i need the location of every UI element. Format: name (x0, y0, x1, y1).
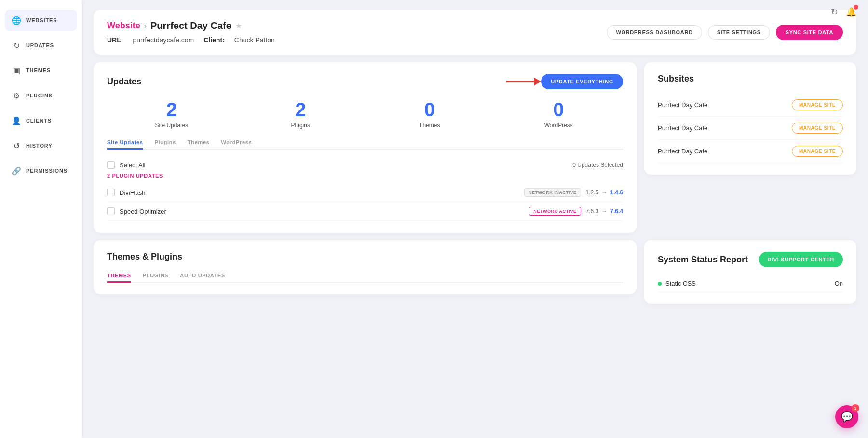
updates-title: Updates (107, 77, 141, 87)
sidebar-item-themes[interactable]: ▣ Themes (5, 60, 77, 81)
diviflash-version-from: 1.2.5 (586, 189, 599, 196)
tab-plugins[interactable]: Plugins (155, 137, 176, 150)
plugin-name-speed-optimizer: Speed Optimizer (120, 208, 524, 215)
plugin-name-diviflash: DiviFlash (120, 189, 519, 196)
version-arrow: → (601, 208, 607, 215)
diviflash-checkbox[interactable] (107, 189, 115, 196)
subsites-card: Subsites Purrfect Day Cafe Manage Site P… (644, 62, 856, 175)
stat-label-themes: Themes (365, 122, 494, 129)
tab-auto-updates[interactable]: Auto Updates (180, 270, 225, 283)
meta-row: URL: purrfectdaycafe.com Client: Chuck P… (107, 36, 275, 44)
notification-icon[interactable]: 🔔 (846, 7, 856, 17)
star-icon[interactable]: ★ (235, 21, 242, 30)
breadcrumb: Website › Purrfect Day Cafe ★ (107, 20, 275, 31)
updates-card: Updates Update Everything 2 Site Updates… (94, 62, 637, 233)
page-title: Purrfect Day Cafe (150, 20, 231, 31)
plugins-icon: ⚙ (12, 91, 21, 100)
version-arrow: → (601, 189, 607, 196)
sidebar-item-label: Themes (26, 68, 51, 73)
sidebar-item-label: Updates (26, 42, 54, 48)
speed-optimizer-version-from: 7.6.3 (586, 208, 599, 215)
sidebar-item-history[interactable]: ↺ History (5, 135, 77, 156)
permissions-icon: 🔗 (12, 166, 21, 176)
select-all-check: Select All (107, 161, 145, 169)
tab-themes[interactable]: Themes (188, 137, 210, 150)
updates-tab-bar: Site Updates Plugins Themes WordPress (107, 137, 623, 150)
themes-plugins-section: Themes & Plugins Themes Plugins Auto Upd… (94, 240, 637, 304)
subsites-section: Subsites Purrfect Day Cafe Manage Site P… (644, 62, 856, 233)
tab-plugins-list[interactable]: Plugins (143, 270, 169, 283)
select-all-label[interactable]: Select All (120, 162, 145, 169)
manage-site-button-3[interactable]: Manage Site (792, 146, 843, 157)
stat-number-plugins: 2 (236, 99, 366, 120)
stat-themes: 0 Themes (365, 99, 494, 129)
diviflash-version-info: 1.2.5 → 1.4.6 (586, 189, 623, 196)
subsite-row-2: Purrfect Day Cafe Manage Site (658, 117, 843, 140)
divi-support-center-button[interactable]: Divi Support Center (759, 252, 843, 267)
header-actions: WordPress Dashboard Site Settings Sync S… (607, 25, 843, 40)
site-settings-button[interactable]: Site Settings (708, 25, 770, 40)
chat-icon: 💬 (841, 411, 853, 423)
tab-themes-list[interactable]: Themes (107, 270, 131, 283)
tab-wordpress[interactable]: WordPress (221, 137, 252, 150)
refresh-icon[interactable]: ↻ (831, 7, 838, 17)
speed-optimizer-version-info: 7.6.3 → 7.6.4 (586, 208, 623, 215)
sidebar-item-websites[interactable]: 🌐 Websites (5, 10, 77, 31)
plugin-row-speed-optimizer: Speed Optimizer Network Active 7.6.3 → 7… (107, 202, 623, 221)
updates-icon: ↻ (12, 41, 21, 50)
sidebar-item-updates[interactable]: ↻ Updates (5, 35, 77, 56)
select-all-checkbox[interactable] (107, 161, 115, 169)
updates-selected-count: 0 Updates Selected (572, 162, 623, 168)
bottom-row: Themes & Plugins Themes Plugins Auto Upd… (94, 240, 856, 304)
status-row-static-css: Static CSS On (658, 275, 843, 292)
subsite-name-1: Purrfect Day Cafe (658, 101, 707, 109)
url-label: URL: (107, 36, 123, 44)
sidebar-item-label: Permissions (26, 168, 68, 174)
sidebar-item-plugins[interactable]: ⚙ Plugins (5, 85, 77, 106)
wordpress-dashboard-button[interactable]: WordPress Dashboard (607, 25, 702, 40)
tab-site-updates[interactable]: Site Updates (107, 137, 143, 150)
stat-wordpress: 0 WordPress (494, 99, 624, 129)
speed-optimizer-checkbox[interactable] (107, 207, 115, 215)
sidebar: 🌐 Websites ↻ Updates ▣ Themes ⚙ Plugins … (0, 0, 82, 438)
breadcrumb-separator: › (144, 22, 147, 30)
globe-icon: 🌐 (12, 15, 21, 25)
client-label: Client: (203, 36, 225, 44)
network-active-badge: Network Active (529, 207, 581, 216)
manage-site-button-1[interactable]: Manage Site (792, 99, 843, 110)
manage-site-button-2[interactable]: Manage Site (792, 123, 843, 134)
network-inactive-badge: Network Inactive (524, 188, 581, 197)
select-row: Select All 0 Updates Selected (107, 157, 623, 173)
stat-site-updates: 2 Site Updates (107, 99, 236, 129)
system-status-card: System Status Report Divi Support Center… (644, 240, 856, 304)
content-row: Updates Update Everything 2 Site Updates… (94, 62, 856, 233)
system-status-header: System Status Report Divi Support Center (658, 252, 843, 267)
main-content: Website › Purrfect Day Cafe ★ URL: purrf… (82, 0, 868, 438)
themes-tab-bar: Themes Plugins Auto Updates (107, 270, 623, 283)
speed-optimizer-version-to: 7.6.4 (610, 208, 623, 215)
plugin-updates-label: 2 Plugin Updates (107, 173, 623, 178)
clients-icon: 👤 (12, 116, 21, 125)
url-value: purrfectdaycafe.com (133, 36, 194, 44)
stat-label-site-updates: Site Updates (107, 122, 236, 129)
sidebar-item-label: Websites (26, 17, 57, 23)
chat-bubble[interactable]: 💬 3 (835, 405, 858, 428)
update-everything-button[interactable]: Update Everything (541, 74, 623, 89)
sidebar-item-permissions[interactable]: 🔗 Permissions (5, 160, 77, 181)
status-label-static-css: Static CSS (665, 280, 696, 287)
stat-label-plugins: Plugins (236, 122, 366, 129)
sidebar-item-clients[interactable]: 👤 Clients (5, 110, 77, 131)
sidebar-item-label: Plugins (26, 93, 53, 98)
stat-number-site-updates: 2 (107, 99, 236, 120)
breadcrumb-area: Website › Purrfect Day Cafe ★ URL: purrf… (107, 20, 275, 44)
breadcrumb-website[interactable]: Website (107, 21, 140, 31)
subsite-name-3: Purrfect Day Cafe (658, 148, 707, 155)
stat-label-wordpress: WordPress (494, 122, 624, 129)
stats-row: 2 Site Updates 2 Plugins 0 Themes 0 Word… (107, 99, 623, 129)
status-left: Static CSS (658, 280, 696, 287)
diviflash-version-to: 1.4.6 (610, 189, 623, 196)
subsite-row-3: Purrfect Day Cafe Manage Site (658, 140, 843, 163)
sync-site-data-button[interactable]: Sync Site Data (776, 25, 843, 40)
subsite-name-2: Purrfect Day Cafe (658, 124, 707, 132)
updates-section: Updates Update Everything 2 Site Updates… (94, 62, 637, 233)
